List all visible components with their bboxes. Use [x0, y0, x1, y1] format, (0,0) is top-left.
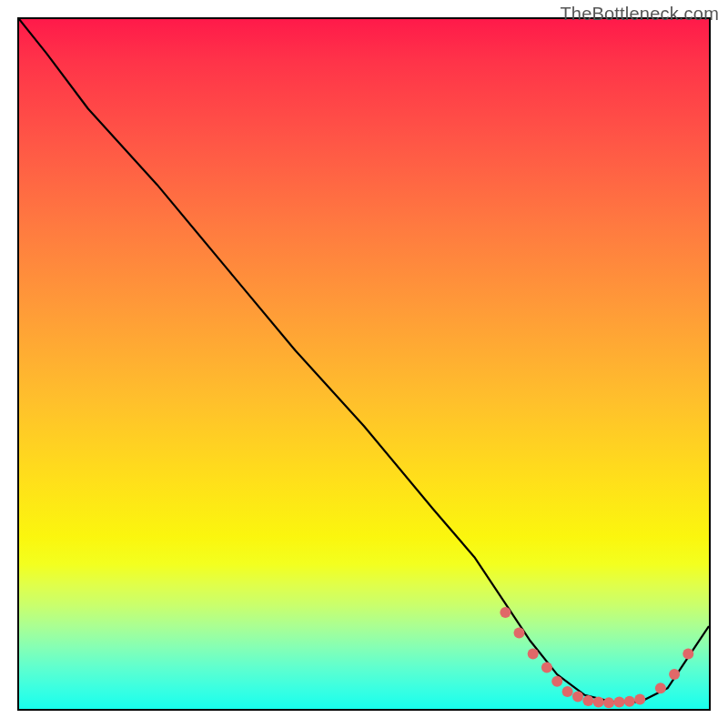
heat-gradient-background: [19, 19, 709, 709]
watermark-text: TheBottleneck.com: [560, 4, 719, 25]
chart-plot-area: [17, 17, 711, 711]
